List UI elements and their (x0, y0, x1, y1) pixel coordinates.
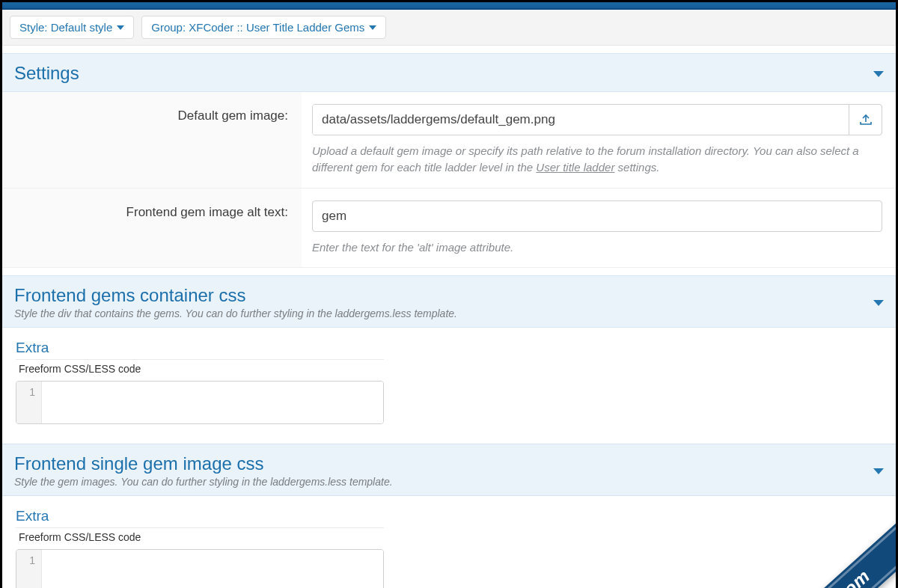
hint-alt-text: Enter the text for the 'alt' image attri… (312, 239, 882, 256)
upload-button[interactable] (849, 105, 882, 135)
section-title-settings: Settings (14, 63, 79, 84)
group-selector[interactable]: Group: XFCoder :: User Title Ladder Gems (141, 16, 386, 39)
extra-sub: Freeform CSS/LESS code (16, 531, 882, 543)
section-header-settings[interactable]: Settings (2, 53, 896, 92)
filter-bar: Style: Default style Group: XFCoder :: U… (2, 10, 896, 46)
label-alt-text: Frontend gem image alt text: (2, 189, 302, 268)
caret-down-icon (117, 25, 124, 30)
section-sub-container-css: Style the div that contains the gems. Yo… (14, 307, 457, 319)
upload-icon (858, 113, 873, 126)
input-wrap-default-gem-image (312, 104, 882, 135)
svg-marker-0 (873, 71, 884, 77)
caret-down-icon (369, 25, 376, 30)
code-gutter: 1 (16, 382, 42, 423)
hint-default-gem-image: Upload a default gem image or specify it… (312, 143, 882, 176)
group-selector-label: Group: XFCoder :: User Title Ladder Gems (151, 21, 364, 34)
label-default-gem-image: Default gem image: (2, 92, 302, 188)
section-title-container-css: Frontend gems container css (14, 285, 457, 306)
extra-block-container-css: Extra Freeform CSS/LESS code 1 (2, 328, 896, 436)
collapse-icon[interactable] (873, 70, 884, 77)
section-header-image-css[interactable]: Frontend single gem image css Style the … (2, 444, 896, 496)
extra-title: Extra (16, 340, 384, 360)
code-gutter: 1 (16, 550, 42, 588)
style-selector[interactable]: Style: Default style (10, 16, 134, 39)
section-title-image-css: Frontend single gem image css (14, 453, 393, 474)
row-alt-text: Frontend gem image alt text: Enter the t… (2, 189, 896, 269)
code-area[interactable] (42, 382, 383, 423)
extra-sub: Freeform CSS/LESS code (16, 363, 882, 375)
extra-block-image-css: Extra Freeform CSS/LESS code 1 (2, 496, 896, 588)
svg-marker-2 (873, 468, 884, 474)
svg-marker-1 (873, 300, 884, 306)
input-alt-text[interactable] (312, 200, 882, 232)
style-selector-label: Style: Default style (19, 21, 112, 34)
code-area[interactable] (42, 550, 383, 588)
code-editor-image-css[interactable]: 1 (16, 549, 384, 588)
collapse-icon[interactable] (873, 467, 884, 474)
link-user-title-ladder[interactable]: User title ladder (536, 161, 614, 174)
extra-title: Extra (16, 508, 384, 528)
section-sub-image-css: Style the gem images. You can do further… (14, 476, 393, 488)
section-header-container-css[interactable]: Frontend gems container css Style the di… (2, 275, 896, 328)
code-editor-container-css[interactable]: 1 (16, 381, 384, 424)
collapse-icon[interactable] (873, 298, 884, 306)
topbar-accent (2, 2, 896, 10)
input-default-gem-image[interactable] (313, 105, 849, 135)
row-default-gem-image: Default gem image: Upload a default gem … (2, 92, 896, 189)
